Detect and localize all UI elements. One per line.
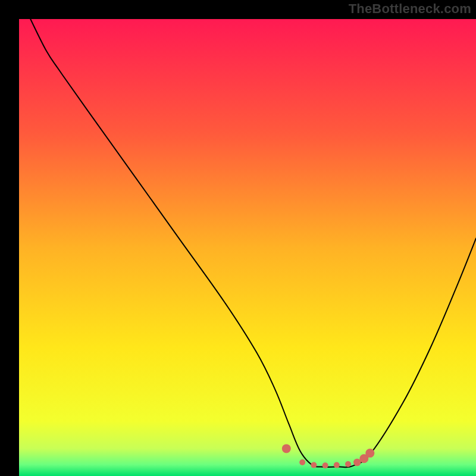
optimal-point xyxy=(282,444,291,453)
bottleneck-chart xyxy=(19,19,476,476)
optimal-point xyxy=(365,449,374,458)
optimal-point xyxy=(311,462,317,468)
chart-background xyxy=(19,19,476,476)
optimal-point xyxy=(299,459,305,465)
chart-frame xyxy=(10,10,466,466)
watermark-text: TheBottleneck.com xyxy=(349,1,471,17)
optimal-point xyxy=(345,461,351,467)
optimal-point xyxy=(334,462,340,468)
optimal-point xyxy=(322,462,328,468)
